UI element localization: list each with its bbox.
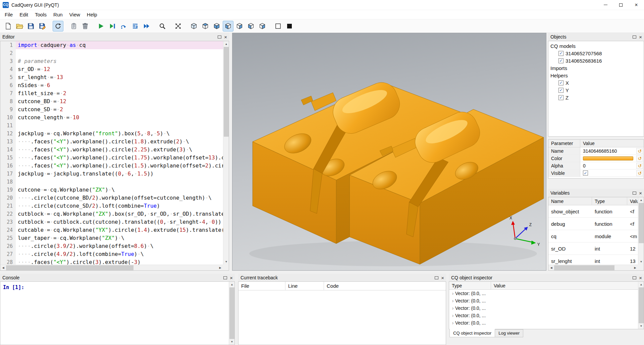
objects-close-icon[interactable]: ×	[639, 34, 642, 40]
console-float-icon[interactable]	[223, 276, 227, 279]
3d-viewport[interactable]: X Z Y	[232, 33, 546, 271]
inspector-header-type[interactable]: Type	[449, 282, 491, 289]
variables-hscrollbar[interactable]: ◀ ▶	[548, 265, 638, 270]
menu-file[interactable]: File	[1, 10, 16, 19]
tree-item[interactable]: ✓Y	[548, 86, 644, 94]
chevron-right-icon[interactable]: ›	[450, 313, 455, 318]
iso-view-button[interactable]	[189, 21, 199, 31]
inspector-row[interactable]: ›Vector: (0.0, ...	[449, 297, 638, 304]
scroll-down-arrow[interactable]: ▼	[638, 259, 644, 265]
inspector-vscrollbar[interactable]: ▲ ▼	[638, 282, 644, 329]
inspector-header-value[interactable]: Value	[491, 282, 638, 289]
bottom-view-button[interactable]	[211, 21, 222, 31]
variables-header-value[interactable]: Value	[627, 197, 638, 205]
continue-button[interactable]	[141, 21, 152, 31]
checkbox[interactable]: ✓	[558, 95, 564, 100]
tree-item[interactable]: Imports	[548, 64, 644, 72]
tree-item[interactable]: ✓3140652683616	[548, 57, 644, 64]
variables-header-name[interactable]: Name	[548, 197, 592, 205]
variable-row[interactable]: sr_lenghtint13	[548, 255, 638, 265]
color-swatch[interactable]	[583, 156, 633, 160]
tree-item[interactable]: Helpers	[548, 72, 644, 79]
maximize-button[interactable]	[613, 0, 629, 10]
inspector-row[interactable]: ›Vector: (0.0, ...	[449, 290, 638, 297]
front-view-button[interactable]	[223, 21, 233, 31]
code-area[interactable]: 1import·cadquery·as·cq23# parameters4sr_…	[0, 41, 223, 265]
scroll-up-arrow[interactable]: ▲	[229, 282, 235, 287]
scroll-up-arrow[interactable]: ▲	[223, 41, 229, 47]
save-as-button[interactable]	[37, 21, 48, 31]
scroll-up-arrow[interactable]: ▲	[638, 282, 644, 287]
tree-item[interactable]: ✓X	[548, 79, 644, 86]
new-file-button[interactable]	[3, 21, 13, 31]
wireframe-button[interactable]	[273, 21, 283, 31]
variable-row[interactable]: cqmodule<m	[548, 230, 638, 243]
scroll-thumb[interactable]	[229, 287, 234, 339]
traceback-header-code[interactable]: Code	[324, 282, 446, 290]
scroll-down-arrow[interactable]: ▼	[229, 339, 235, 345]
properties-header-value[interactable]: Value	[580, 141, 595, 146]
scroll-left-arrow[interactable]: ◀	[548, 265, 554, 271]
traceback-header-line[interactable]: Line	[285, 282, 324, 290]
scroll-right-arrow[interactable]: ▶	[217, 265, 223, 271]
scroll-right-arrow[interactable]: ▶	[632, 265, 638, 271]
tree-item[interactable]: ✓Z	[548, 94, 644, 101]
chevron-right-icon[interactable]: ›	[450, 291, 455, 296]
reset-icon[interactable]: ↺	[636, 155, 643, 161]
checkbox[interactable]: ✓	[558, 88, 564, 93]
close-button[interactable]: ×	[629, 0, 644, 10]
chevron-right-icon[interactable]: ›	[450, 320, 455, 326]
zoom-button[interactable]	[157, 21, 168, 31]
reset-icon[interactable]: ↺	[636, 163, 643, 169]
scroll-down-arrow[interactable]: ▼	[638, 323, 644, 329]
minimize-button[interactable]	[598, 0, 613, 10]
scroll-up-arrow[interactable]: ▲	[638, 197, 644, 203]
step-into-button[interactable]	[130, 21, 141, 31]
tab-cq-object-inspector[interactable]: CQ object inspector	[449, 329, 495, 337]
editor-close-icon[interactable]: ×	[224, 34, 227, 40]
inspector-row[interactable]: ›Vector: (0.0, ...	[449, 319, 638, 327]
inspector-float-icon[interactable]	[633, 276, 636, 279]
top-view-button[interactable]	[200, 21, 211, 31]
render-button[interactable]	[96, 21, 106, 31]
variable-row[interactable]: sr_ODint12	[548, 243, 638, 255]
variable-row[interactable]: show_objectfunction<f	[548, 205, 638, 218]
menu-help[interactable]: Help	[84, 10, 101, 19]
editor-float-icon[interactable]	[218, 36, 221, 39]
checkbox[interactable]: ✓	[558, 51, 564, 56]
checkbox[interactable]: ✓	[558, 58, 564, 63]
debug-button[interactable]	[107, 21, 118, 31]
menu-view[interactable]: View	[66, 10, 84, 19]
clear-console-button[interactable]	[68, 21, 79, 31]
variables-float-icon[interactable]	[633, 192, 636, 195]
open-file-button[interactable]	[14, 21, 25, 31]
back-view-button[interactable]	[234, 21, 245, 31]
autoreload-button[interactable]	[53, 21, 63, 31]
scroll-thumb[interactable]	[6, 265, 133, 270]
console-vscrollbar[interactable]: ▲ ▼	[229, 282, 234, 345]
left-view-button[interactable]	[246, 21, 256, 31]
console-close-icon[interactable]: ×	[230, 275, 233, 280]
inspector-row[interactable]: ›Vector: (0.0, ...	[449, 304, 638, 312]
scroll-left-arrow[interactable]: ◀	[0, 265, 6, 271]
variables-vscrollbar[interactable]: ▲ ▼	[638, 197, 644, 265]
scroll-thumb[interactable]	[554, 265, 614, 270]
menu-tools[interactable]: Tools	[32, 10, 50, 19]
objects-float-icon[interactable]	[633, 36, 636, 39]
editor-vscrollbar[interactable]: ▲ ▼	[223, 41, 229, 265]
tree-item[interactable]: CQ models	[548, 42, 644, 50]
delete-button[interactable]	[80, 21, 91, 31]
console-area[interactable]: In [1]: ▲ ▼	[0, 281, 235, 345]
traceback-close-icon[interactable]: ×	[441, 275, 444, 280]
chevron-right-icon[interactable]: ›	[450, 298, 455, 303]
reset-icon[interactable]: ↺	[636, 170, 643, 176]
scroll-thumb[interactable]	[639, 287, 644, 323]
inspector-row[interactable]: ›Vector: (0.0, ...	[449, 312, 638, 319]
scroll-thumb[interactable]	[224, 47, 229, 137]
properties-header-parameter[interactable]: Parameter	[548, 140, 580, 147]
variables-header-type[interactable]: Type	[592, 197, 627, 205]
visible-checkbox[interactable]: ✓	[583, 170, 588, 176]
fit-all-button[interactable]	[173, 21, 183, 31]
code-editor[interactable]: 1import·cadquery·as·cq23# parameters4sr_…	[0, 41, 229, 271]
editor-hscrollbar[interactable]: ◀ ▶	[0, 265, 223, 270]
